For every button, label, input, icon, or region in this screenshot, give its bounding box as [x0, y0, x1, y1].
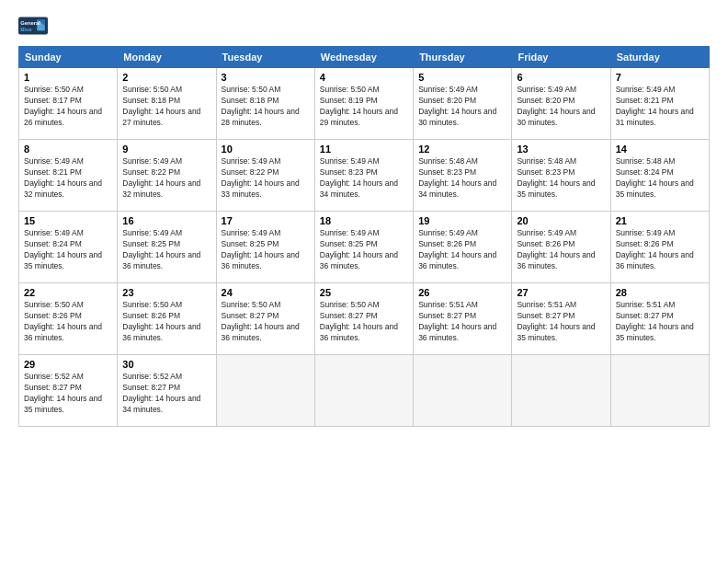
week-row-1: 1 Sunrise: 5:50 AM Sunset: 8:17 PM Dayli… — [19, 68, 710, 140]
sunset-label: Sunset: 8:21 PM — [24, 167, 82, 177]
sunset-label: Sunset: 8:27 PM — [24, 383, 82, 392]
calendar-cell: 8 Sunrise: 5:49 AM Sunset: 8:21 PM Dayli… — [19, 140, 118, 212]
svg-text:General: General — [20, 20, 40, 26]
day-info: Sunrise: 5:52 AM Sunset: 8:27 PM Dayligh… — [24, 372, 112, 416]
day-info: Sunrise: 5:48 AM Sunset: 8:24 PM Dayligh… — [616, 156, 704, 201]
day-info: Sunrise: 5:50 AM Sunset: 8:18 PM Dayligh… — [122, 85, 210, 129]
daylight-label: Daylight: 14 hours and 32 minutes. — [122, 178, 200, 199]
calendar-cell: 19 Sunrise: 5:49 AM Sunset: 8:26 PM Dayl… — [414, 212, 512, 283]
day-info: Sunrise: 5:50 AM Sunset: 8:26 PM Dayligh… — [122, 300, 210, 344]
day-number: 6 — [517, 72, 605, 83]
sunrise-label: Sunrise: 5:49 AM — [122, 228, 182, 237]
sunrise-label: Sunrise: 5:50 AM — [24, 85, 84, 94]
sunset-label: Sunset: 8:22 PM — [122, 167, 180, 177]
day-info: Sunrise: 5:48 AM Sunset: 8:23 PM Dayligh… — [517, 156, 605, 201]
calendar-cell: 2 Sunrise: 5:50 AM Sunset: 8:18 PM Dayli… — [118, 68, 216, 140]
calendar-cell — [414, 355, 512, 427]
day-info: Sunrise: 5:49 AM Sunset: 8:24 PM Dayligh… — [24, 228, 112, 272]
sunrise-label: Sunrise: 5:51 AM — [418, 300, 478, 309]
sunrise-label: Sunrise: 5:48 AM — [418, 156, 478, 166]
day-number: 26 — [418, 287, 506, 298]
day-info: Sunrise: 5:49 AM Sunset: 8:26 PM Dayligh… — [616, 228, 704, 272]
day-info: Sunrise: 5:49 AM Sunset: 8:21 PM Dayligh… — [616, 85, 704, 129]
daylight-label: Daylight: 14 hours and 36 minutes. — [24, 322, 102, 342]
calendar-cell: 20 Sunrise: 5:49 AM Sunset: 8:26 PM Dayl… — [512, 212, 610, 283]
day-info: Sunrise: 5:49 AM Sunset: 8:25 PM Dayligh… — [222, 228, 310, 272]
day-number: 16 — [122, 215, 210, 226]
day-info: Sunrise: 5:49 AM Sunset: 8:20 PM Dayligh… — [517, 85, 605, 129]
sunset-label: Sunset: 8:27 PM — [122, 383, 180, 392]
header: General Blue — [18, 17, 710, 37]
calendar-cell: 30 Sunrise: 5:52 AM Sunset: 8:27 PM Dayl… — [118, 355, 216, 427]
day-number: 14 — [616, 144, 704, 155]
daylight-label: Daylight: 14 hours and 28 minutes. — [222, 107, 300, 127]
sunrise-label: Sunrise: 5:50 AM — [222, 300, 281, 309]
sunrise-label: Sunrise: 5:49 AM — [24, 156, 84, 166]
calendar-cell: 24 Sunrise: 5:50 AM Sunset: 8:27 PM Dayl… — [216, 283, 314, 355]
logo: General Blue — [18, 17, 48, 37]
calendar-cell: 26 Sunrise: 5:51 AM Sunset: 8:27 PM Dayl… — [414, 283, 512, 355]
daylight-label: Daylight: 14 hours and 35 minutes. — [517, 322, 595, 342]
weekday-header-sunday: Sunday — [19, 47, 118, 68]
sunrise-label: Sunrise: 5:50 AM — [222, 85, 281, 94]
sunset-label: Sunset: 8:26 PM — [616, 239, 674, 248]
day-info: Sunrise: 5:49 AM Sunset: 8:26 PM Dayligh… — [517, 228, 605, 272]
sunrise-label: Sunrise: 5:50 AM — [122, 85, 182, 94]
day-number: 12 — [418, 144, 506, 155]
day-number: 17 — [222, 215, 310, 226]
calendar-cell: 5 Sunrise: 5:49 AM Sunset: 8:20 PM Dayli… — [414, 68, 512, 140]
daylight-label: Daylight: 14 hours and 30 minutes. — [418, 107, 496, 127]
day-info: Sunrise: 5:51 AM Sunset: 8:27 PM Dayligh… — [517, 300, 605, 344]
sunrise-label: Sunrise: 5:51 AM — [616, 300, 676, 309]
daylight-label: Daylight: 14 hours and 29 minutes. — [320, 107, 398, 127]
sunset-label: Sunset: 8:27 PM — [616, 311, 674, 320]
sunset-label: Sunset: 8:25 PM — [222, 239, 279, 248]
daylight-label: Daylight: 14 hours and 36 minutes. — [122, 250, 200, 270]
calendar-cell: 29 Sunrise: 5:52 AM Sunset: 8:27 PM Dayl… — [19, 355, 118, 427]
day-number: 4 — [320, 72, 408, 83]
sunrise-label: Sunrise: 5:49 AM — [24, 228, 84, 237]
daylight-label: Daylight: 14 hours and 36 minutes. — [320, 250, 398, 270]
calendar-cell: 28 Sunrise: 5:51 AM Sunset: 8:27 PM Dayl… — [610, 283, 709, 355]
sunset-label: Sunset: 8:22 PM — [222, 167, 279, 177]
sunrise-label: Sunrise: 5:49 AM — [320, 228, 380, 237]
calendar-cell: 1 Sunrise: 5:50 AM Sunset: 8:17 PM Dayli… — [19, 68, 118, 140]
day-number: 8 — [24, 144, 112, 155]
day-info: Sunrise: 5:49 AM Sunset: 8:26 PM Dayligh… — [418, 228, 506, 272]
day-number: 13 — [517, 144, 605, 155]
sunrise-label: Sunrise: 5:49 AM — [418, 228, 478, 237]
calendar-cell: 21 Sunrise: 5:49 AM Sunset: 8:26 PM Dayl… — [610, 212, 709, 283]
daylight-label: Daylight: 14 hours and 36 minutes. — [320, 322, 398, 342]
calendar-cell: 16 Sunrise: 5:49 AM Sunset: 8:25 PM Dayl… — [118, 212, 216, 283]
day-number: 11 — [320, 144, 408, 155]
day-number: 5 — [418, 72, 506, 83]
day-number: 20 — [517, 215, 605, 226]
calendar-cell: 14 Sunrise: 5:48 AM Sunset: 8:24 PM Dayl… — [610, 140, 709, 212]
day-number: 9 — [122, 144, 210, 155]
daylight-label: Daylight: 14 hours and 35 minutes. — [24, 394, 102, 414]
sunrise-label: Sunrise: 5:52 AM — [24, 372, 84, 381]
sunset-label: Sunset: 8:19 PM — [320, 96, 378, 105]
calendar-cell: 12 Sunrise: 5:48 AM Sunset: 8:23 PM Dayl… — [414, 140, 512, 212]
sunrise-label: Sunrise: 5:49 AM — [122, 156, 182, 166]
sunset-label: Sunset: 8:18 PM — [222, 96, 279, 105]
sunrise-label: Sunrise: 5:48 AM — [517, 156, 576, 166]
daylight-label: Daylight: 14 hours and 35 minutes. — [616, 178, 694, 199]
day-number: 19 — [418, 215, 506, 226]
daylight-label: Daylight: 14 hours and 34 minutes. — [418, 178, 496, 199]
calendar-cell: 15 Sunrise: 5:49 AM Sunset: 8:24 PM Dayl… — [19, 212, 118, 283]
calendar-table: SundayMondayTuesdayWednesdayThursdayFrid… — [18, 46, 710, 427]
calendar-cell: 9 Sunrise: 5:49 AM Sunset: 8:22 PM Dayli… — [118, 140, 216, 212]
sunset-label: Sunset: 8:18 PM — [122, 96, 180, 105]
daylight-label: Daylight: 14 hours and 35 minutes. — [24, 250, 102, 270]
day-info: Sunrise: 5:49 AM Sunset: 8:20 PM Dayligh… — [418, 85, 506, 129]
daylight-label: Daylight: 14 hours and 30 minutes. — [517, 107, 595, 127]
weekday-header-monday: Monday — [118, 47, 216, 68]
day-info: Sunrise: 5:49 AM Sunset: 8:23 PM Dayligh… — [320, 156, 408, 201]
calendar-cell — [314, 355, 413, 427]
daylight-label: Daylight: 14 hours and 36 minutes. — [517, 250, 595, 270]
sunset-label: Sunset: 8:27 PM — [222, 311, 279, 320]
day-info: Sunrise: 5:49 AM Sunset: 8:25 PM Dayligh… — [320, 228, 408, 272]
day-number: 22 — [24, 287, 112, 298]
week-row-3: 15 Sunrise: 5:49 AM Sunset: 8:24 PM Dayl… — [19, 212, 710, 283]
